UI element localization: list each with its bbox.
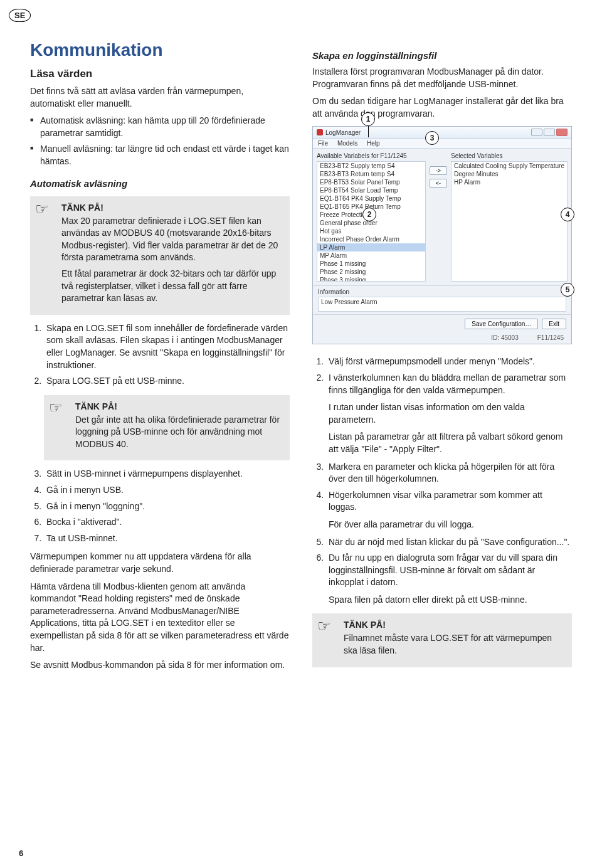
note3-p: Filnamnet måste vara LOG.SET för att vär… [344,632,564,657]
rstep-4: Högerkolumnen visar vilka parametrar som… [326,489,572,531]
subheading-read-values: Läsa värden [30,68,290,80]
list-item[interactable]: Incorrect Phase Order Alarm [317,235,425,243]
app-window: LogManager File Models Help [312,126,572,344]
close-button[interactable] [556,129,568,136]
hand-icon: ☞ [35,200,49,218]
rstep-6: Du får nu upp en dialogruta som frågar v… [326,552,572,606]
status-id: ID: 45003 [491,334,518,341]
note-box-2: ☞ TÄNK PÅ! Det går inte att ha olika för… [44,395,290,461]
step-5: Gå in i menyn "loggning". [44,500,290,513]
intro-paragraph: Det finns två sätt att avläsa värden frå… [30,85,290,110]
para-fetch: Hämta värdena till Modbus-klienten genom… [30,581,290,655]
info-label: Information [318,288,566,295]
app-menubar: File Models Help [313,139,571,149]
minimize-button[interactable] [531,129,542,136]
list-item[interactable]: Calculated Cooling Supply Temperature [452,162,567,170]
note2-title: TÄNK PÅ! [75,401,282,411]
selected-list[interactable]: Calculated Cooling Supply Temperature De… [451,161,568,282]
heading-create-logfile: Skapa en logginställningsfil [312,50,572,61]
rstep-2-p2: Listan på parametrar går att filtrera på… [329,431,572,455]
menu-models[interactable]: Models [337,140,357,147]
menu-file[interactable]: File [318,140,328,147]
list-item[interactable]: HP Alarm [452,178,567,186]
step-3: Sätt in USB-minnet i värmepumpens displa… [44,468,290,480]
hand-icon: ☞ [49,399,63,416]
step-1: Skapa en LOG.SET fil som innehåller de f… [44,322,290,371]
rstep-5: När du är nöjd med listan klickar du på … [326,536,572,549]
app-icon [317,129,323,135]
note1-p1: Max 20 parametrar definierade i LOG.SET … [61,215,282,264]
list-item[interactable]: Degree Minutes [452,170,567,178]
rstep-6-text: Du får nu upp en dialogruta som frågar v… [329,553,557,587]
rstep-1: Välj först värmepumpsmodell under menyn … [326,356,572,368]
info-box: Low Pressure Alarm [318,297,566,312]
note-box-1: ☞ TÄNK PÅ! Max 20 parametrar definierade… [30,196,290,315]
maximize-button[interactable] [544,129,555,136]
para-update: Värmepumpen kommer nu att uppdatera värd… [30,551,290,575]
para-seealso: Se avsnitt Modbus-kommandon på sida 8 fö… [30,659,290,672]
note-box-3: ☞ TÄNK PÅ! Filnamnet måste vara LOG.SET … [312,613,572,667]
step-4: Gå in i menyn USB. [44,484,290,497]
note1-p2: Ett fåtal parametrar är dock 32-bitars o… [61,268,282,305]
menu-help[interactable]: Help [367,140,380,147]
rstep-2: I vänsterkolumnen kan du bläddra mellan … [326,372,572,456]
rstep-6-p: Spara filen på datorn eller direkt på et… [329,594,572,606]
page-number: 6 [19,849,23,858]
step-2: Spara LOG.SET på ett USB-minne. [44,375,290,388]
rstep-2-p1: I rutan under listan visas information o… [329,401,572,426]
heading-automatic: Automatisk avläsning [30,178,290,189]
callout-5: 5 [561,283,574,297]
rstep-3: Markera en parameter och klicka på höger… [326,461,572,485]
bullet-auto: Automatisk avläsning: kan hämta upp till… [30,115,290,139]
available-label: Available Variabels for F11/1245 [317,152,426,159]
right-p2: Om du sedan tidigare har LogManager inst… [312,95,572,120]
list-item[interactable]: Phase 3 missing [317,276,425,282]
app-titlebar: LogManager [313,127,571,139]
left-column: Kommunikation Läsa värden Det finns två … [30,40,290,677]
language-badge: SE [9,9,31,22]
rstep-4-text: Högerkolumnen visar vilka parametrar som… [329,490,542,512]
logmanager-screenshot: 1 2 3 4 5 LogManager [312,126,572,344]
save-config-button[interactable]: Save Configuration… [465,319,538,329]
rstep-4-p: För över alla parametrar du vill logga. [329,519,572,531]
list-item[interactable]: EP8-BT53 Solar Panel Temp [317,178,425,186]
status-model: F11/1245 [537,334,564,341]
bullet-manual: Manuell avläsning: tar längre tid och en… [30,143,290,167]
list-item[interactable]: Phase 2 missing [317,268,425,276]
note2-p: Det går inte att ha olika fördefinierade… [75,414,282,451]
callout-4: 4 [561,208,574,221]
right-column: Skapa en logginställningsfil Installera … [312,40,572,677]
right-p1: Installera först programvaran ModbusMana… [312,66,572,90]
hand-icon: ☞ [317,617,331,635]
available-list[interactable]: EB23-BT2 Supply temp S4 EB23-BT3 Return … [317,161,426,282]
list-item[interactable]: EQ1-BT64 PK4 Supply Temp [317,194,425,203]
list-item[interactable]: EB23-BT3 Return temp S4 [317,170,425,178]
app-title: LogManager [325,129,361,136]
list-item[interactable]: MP Alarm [317,251,425,260]
move-left-button[interactable]: <- [430,179,447,188]
note1-title: TÄNK PÅ! [61,203,282,213]
note3-title: TÄNK PÅ! [344,620,564,630]
list-item[interactable]: Hot gas [317,227,425,235]
step-7: Ta ut USB-minnet. [44,532,290,545]
list-item[interactable]: EB23-BT2 Supply temp S4 [317,162,425,170]
step-6: Bocka i "aktiverad". [44,516,290,529]
move-right-button[interactable]: -> [430,166,447,175]
page-title: Kommunikation [30,40,290,60]
rstep-2-text: I vänsterkolumnen kan du bläddra mellan … [329,373,566,395]
list-item[interactable]: Phase 1 missing [317,260,425,268]
list-item[interactable]: EP8-BT54 Solar Load Temp [317,186,425,194]
exit-button[interactable]: Exit [542,319,566,329]
list-item-selected[interactable]: LP Alarm [317,243,425,251]
selected-label: Selected Variables [451,152,568,159]
callout-1: 1 [361,112,375,126]
